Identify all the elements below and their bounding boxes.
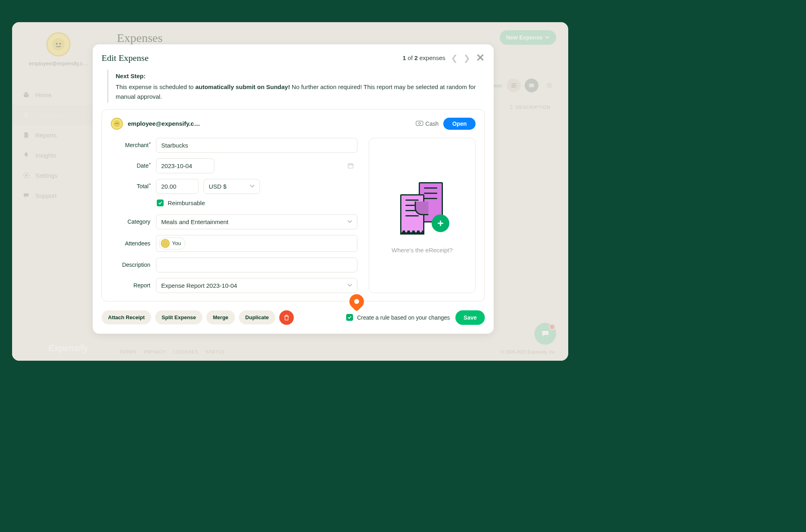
check-icon	[347, 315, 352, 320]
merchant-input[interactable]	[156, 138, 357, 153]
avatar-face-icon	[113, 120, 120, 127]
row-date: Date	[111, 158, 357, 173]
save-button[interactable]: Save	[455, 310, 485, 325]
attendee-avatar	[161, 239, 170, 248]
label-description: Description	[111, 262, 156, 268]
check-icon	[158, 201, 162, 205]
form-column: Merchant Date Total	[111, 138, 357, 293]
open-button[interactable]: Open	[443, 118, 476, 130]
svg-rect-19	[416, 121, 423, 125]
svg-point-20	[418, 122, 420, 124]
svg-point-16	[114, 121, 120, 127]
label-reimbursable: Reimbursable	[168, 200, 205, 206]
label-attendees: Attendees	[111, 240, 156, 247]
receipt-illustration	[400, 182, 445, 235]
card-header: employee@expensify.c… Cash Open	[111, 118, 476, 130]
row-category: Category Meals and Entertainment	[111, 214, 357, 229]
expense-card: employee@expensify.c… Cash Open Merchant	[102, 109, 485, 301]
split-expense-button[interactable]: Split Expense	[155, 310, 202, 324]
trash-icon	[284, 315, 289, 320]
footer-actions-right: Create a rule based on your changes Save	[346, 310, 485, 325]
modal-footer: Attach Receipt Split Expense Merge Dupli…	[93, 301, 494, 325]
create-rule-label: Create a rule based on your changes	[357, 314, 450, 321]
report-select[interactable]: Expense Report 2023-10-04	[156, 278, 357, 293]
row-description: Description	[111, 258, 357, 272]
close-icon[interactable]: ✕	[476, 52, 485, 64]
cash-icon	[416, 121, 423, 127]
create-rule-checkbox[interactable]	[346, 314, 353, 321]
description-input[interactable]	[156, 258, 357, 272]
label-report: Report	[111, 282, 156, 289]
modal-pager: 1 of 2 expenses ❮ ❯ ✕	[403, 52, 485, 64]
receipt-dropzone[interactable]: Where's the eReceipt?	[369, 138, 476, 293]
label-total: Total	[111, 183, 156, 189]
add-receipt-badge	[432, 214, 449, 232]
edit-expense-modal: Edit Expense 1 of 2 expenses ❮ ❯ ✕ Next …	[93, 44, 494, 334]
cash-label: Cash	[416, 121, 439, 127]
category-select[interactable]: Meals and Entertainment	[156, 214, 357, 229]
user-avatar	[111, 118, 123, 130]
date-input[interactable]	[156, 158, 214, 173]
attach-receipt-button[interactable]: Attach Receipt	[102, 310, 151, 324]
next-step-header: Next Step:	[116, 71, 485, 81]
next-step-banner: Next Step: This expense is scheduled to …	[107, 70, 485, 103]
attendees-input[interactable]: You	[156, 235, 357, 252]
row-merchant: Merchant	[111, 138, 357, 153]
card-user-email: employee@expensify.c…	[128, 120, 200, 127]
delete-button[interactable]	[279, 310, 294, 325]
card-body: Merchant Date Total	[111, 138, 476, 293]
svg-point-17	[116, 123, 116, 124]
card-user: employee@expensify.c…	[111, 118, 200, 130]
row-report: Report Expense Report 2023-10-04	[111, 278, 357, 293]
currency-select[interactable]: USD $	[204, 179, 260, 194]
svg-point-22	[162, 240, 169, 247]
label-date: Date	[111, 162, 156, 169]
total-input[interactable]	[156, 179, 199, 194]
duplicate-button[interactable]: Duplicate	[239, 310, 276, 324]
row-reimbursable: Reimbursable	[111, 200, 357, 206]
row-attendees: Attendees You	[111, 235, 357, 252]
app-window: employee@expensify.c… Home Expenses Repo…	[12, 22, 568, 361]
card-meta: Cash Open	[416, 118, 476, 130]
footer-actions-left: Attach Receipt Split Expense Merge Dupli…	[102, 310, 294, 325]
plus-icon	[437, 220, 444, 227]
receipt-hint: Where's the eReceipt?	[392, 247, 453, 254]
calendar-icon	[348, 163, 353, 168]
svg-rect-21	[348, 164, 353, 168]
label-merchant: Merchant	[111, 142, 156, 148]
pager-text: 1 of 2 expenses	[403, 54, 445, 61]
modal-header: Edit Expense 1 of 2 expenses ❮ ❯ ✕	[93, 52, 494, 67]
row-total: Total USD $	[111, 179, 357, 194]
next-step-body: This expense is scheduled to automatical…	[116, 82, 485, 101]
modal-title: Edit Expense	[102, 53, 149, 63]
attendee-pill[interactable]: You	[159, 237, 185, 249]
pager-next[interactable]: ❯	[463, 53, 470, 63]
create-rule-row: Create a rule based on your changes	[346, 314, 450, 321]
svg-point-18	[117, 123, 118, 124]
pager-prev[interactable]: ❮	[451, 53, 458, 63]
merge-button[interactable]: Merge	[206, 310, 235, 324]
reimbursable-checkbox[interactable]	[157, 200, 164, 206]
label-category: Category	[111, 218, 156, 225]
